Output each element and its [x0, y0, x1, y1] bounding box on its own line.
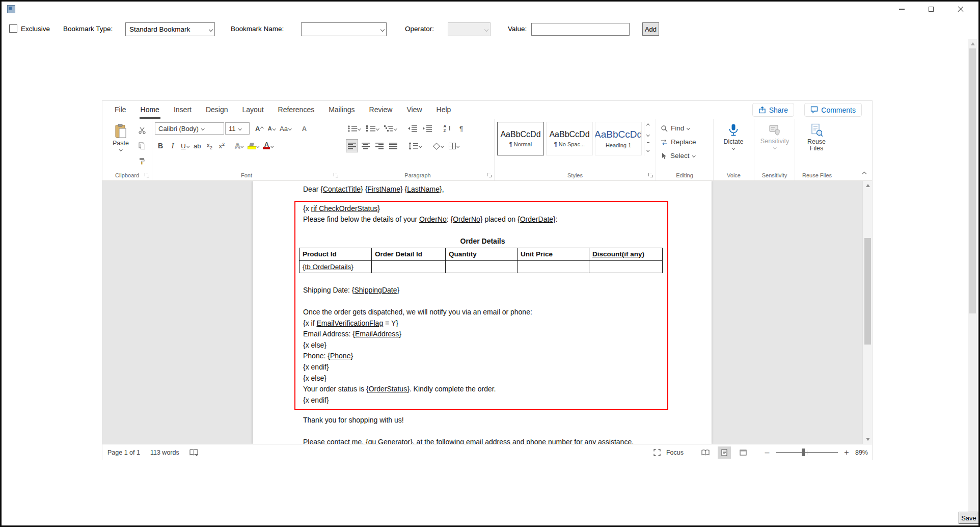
minimize-button[interactable] — [887, 2, 916, 17]
tab-insert[interactable]: Insert — [167, 101, 199, 119]
bullets-button[interactable] — [346, 122, 362, 135]
add-button[interactable]: Add — [642, 22, 659, 36]
borders-button[interactable] — [447, 140, 461, 152]
superscript-button[interactable]: x2 — [216, 140, 227, 152]
style-heading-1[interactable]: AaBbCcDdHeading 1 — [595, 122, 642, 155]
proofing-icon[interactable] — [189, 449, 199, 456]
tab-file[interactable]: File — [107, 101, 133, 119]
tab-view[interactable]: View — [399, 101, 429, 119]
app-scroll-up-button[interactable] — [968, 40, 977, 48]
app-scrollbar-thumb[interactable] — [969, 48, 976, 313]
decrease-indent-button[interactable] — [406, 122, 419, 135]
justify-button[interactable] — [388, 140, 399, 152]
align-right-icon — [375, 143, 384, 149]
comments-button[interactable]: Comments — [804, 103, 862, 117]
underline-button[interactable]: U — [179, 140, 190, 152]
styles-scroll-down-icon[interactable] — [646, 133, 649, 136]
paragraph-group: ¶ Paragraph — [341, 119, 495, 180]
tab-home[interactable]: Home — [133, 101, 167, 119]
sort-button[interactable] — [442, 122, 453, 135]
clear-formatting-button[interactable]: A — [298, 122, 310, 135]
value-input[interactable] — [531, 23, 630, 36]
font-color-button[interactable]: A — [261, 140, 275, 152]
increase-indent-button[interactable] — [421, 122, 433, 135]
doc-line: Phone: {Phone} — [303, 351, 662, 362]
paste-button[interactable]: Paste — [105, 121, 137, 167]
reuse-files-button[interactable]: Reuse Files — [798, 121, 835, 152]
multilevel-list-button[interactable] — [383, 122, 398, 135]
sort-icon — [443, 125, 452, 132]
align-center-button[interactable] — [360, 140, 371, 152]
align-left-button[interactable] — [346, 140, 358, 152]
paragraph-dialog-launcher[interactable] — [487, 173, 492, 178]
zoom-level[interactable]: 89% — [855, 449, 868, 456]
italic-button[interactable]: I — [167, 140, 178, 152]
page-indicator[interactable]: Page 1 of 1 — [107, 449, 140, 456]
shading-button[interactable] — [431, 140, 445, 152]
read-mode-button[interactable] — [699, 446, 712, 459]
styles-scroll-up-icon[interactable] — [646, 124, 649, 127]
shading-icon — [433, 143, 440, 149]
share-button[interactable]: Share — [752, 103, 794, 117]
scrollbar-thumb[interactable] — [864, 238, 871, 345]
focus-button[interactable]: Focus — [666, 449, 684, 456]
sensitivity-label: Sensitivity — [760, 138, 789, 145]
show-marks-button[interactable]: ¶ — [456, 122, 467, 135]
text-effects-button[interactable]: A — [233, 140, 245, 152]
bold-button[interactable]: B — [155, 140, 166, 152]
zoom-out-button[interactable]: – — [764, 448, 770, 457]
bookmark-type-select[interactable]: Standard Bookmark — [125, 22, 215, 36]
font-dialog-launcher[interactable] — [334, 173, 339, 178]
styles-gallery-more-icon[interactable] — [646, 148, 649, 151]
style-no-spac[interactable]: AaBbCcDd¶ No Spac... — [546, 122, 593, 155]
sensitivity-button: Sensitivity — [757, 121, 793, 149]
close-button[interactable] — [946, 2, 975, 17]
align-right-button[interactable] — [374, 140, 385, 152]
tab-review[interactable]: Review — [362, 101, 400, 119]
bookmark-name-select[interactable] — [301, 22, 387, 36]
zoom-slider[interactable] — [776, 452, 838, 453]
strikethrough-button[interactable]: ab — [192, 140, 203, 152]
style-normal[interactable]: AaBbCcDd¶ Normal — [497, 122, 544, 155]
print-layout-button[interactable] — [718, 446, 731, 459]
document-page[interactable]: Dear {ContactTitle} {FirstName} {LastNam… — [253, 181, 712, 444]
grow-font-button[interactable]: A — [254, 122, 265, 135]
tab-design[interactable]: Design — [199, 101, 235, 119]
change-case-button[interactable]: Aa — [278, 122, 292, 135]
clipboard-dialog-launcher[interactable] — [145, 173, 150, 178]
find-button[interactable]: Find — [659, 121, 711, 135]
tab-layout[interactable]: Layout — [235, 101, 271, 119]
format-painter-button[interactable] — [137, 155, 148, 167]
scroll-up-button[interactable] — [863, 181, 872, 190]
copy-button[interactable] — [137, 140, 148, 152]
subscript-button[interactable]: x2 — [204, 140, 215, 152]
highlight-color-button[interactable] — [246, 140, 261, 152]
cut-button[interactable] — [137, 124, 148, 137]
select-button[interactable]: Select — [659, 149, 711, 163]
zoom-in-button[interactable]: + — [843, 448, 850, 457]
font-size-select[interactable]: 11 — [225, 122, 250, 135]
collapse-ribbon-button[interactable] — [863, 168, 866, 177]
replace-button[interactable]: Replace — [659, 135, 711, 149]
reuse-files-group-label: Reuse Files — [795, 172, 839, 178]
font-name-select[interactable]: Calibri (Body) — [155, 122, 224, 135]
styles-dialog-launcher[interactable] — [648, 173, 654, 178]
tab-help[interactable]: Help — [429, 101, 458, 119]
scroll-down-button[interactable] — [863, 435, 872, 443]
numbering-button[interactable] — [365, 122, 380, 135]
shrink-font-button[interactable]: A — [266, 122, 277, 135]
document-scrollbar[interactable] — [862, 181, 872, 444]
word-count[interactable]: 113 words — [150, 449, 179, 456]
zoom-slider-thumb[interactable] — [802, 449, 805, 456]
save-button[interactable]: Save — [959, 512, 979, 524]
app-scrollbar[interactable] — [968, 39, 977, 522]
voice-group-label: Voice — [714, 172, 754, 178]
line-spacing-button[interactable] — [407, 140, 423, 152]
dictate-button[interactable]: Dictate — [716, 121, 751, 149]
tab-references[interactable]: References — [271, 101, 322, 119]
web-layout-button[interactable] — [737, 446, 750, 459]
maximize-button[interactable] — [916, 2, 946, 17]
document-canvas[interactable]: Dear {ContactTitle} {FirstName} {LastNam… — [102, 181, 872, 444]
exclusive-checkbox[interactable] — [9, 24, 17, 33]
tab-mailings[interactable]: Mailings — [321, 101, 362, 119]
